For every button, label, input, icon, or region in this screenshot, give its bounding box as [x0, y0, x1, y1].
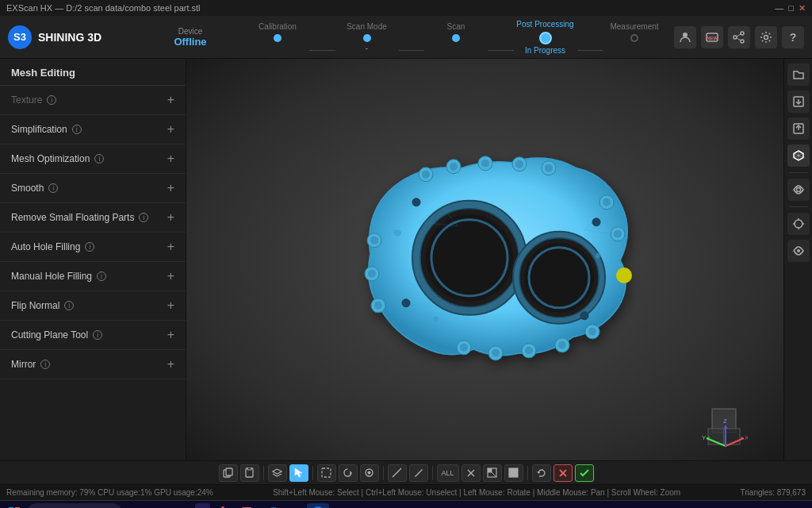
- user-icon[interactable]: [674, 26, 696, 48]
- taskbar-start-btn[interactable]: [3, 503, 25, 509]
- toolbar-select-all-btn[interactable]: ALL: [437, 464, 459, 482]
- auto-hole-expand-icon[interactable]: +: [167, 240, 174, 254]
- toolbar-deselect-btn[interactable]: [462, 464, 481, 482]
- toolbar-paint-btn[interactable]: [360, 464, 379, 482]
- svg-line-85: [393, 468, 401, 477]
- manual-hole-expand-icon[interactable]: +: [167, 269, 174, 283]
- taskbar-app-teams[interactable]: T: [195, 503, 210, 509]
- taskbar-search-btn[interactable]: Search: [27, 503, 122, 509]
- minimize-btn[interactable]: —: [775, 3, 783, 13]
- toolbar-undo-btn[interactable]: [532, 464, 551, 482]
- viewport[interactable]: X Y Z: [186, 59, 783, 460]
- sidebar-item-cutting-plane[interactable]: Cutting Plane Tool i +: [0, 321, 186, 350]
- svg-line-6: [737, 34, 741, 37]
- right-panel-export-btn[interactable]: [787, 117, 810, 140]
- new-badge-icon[interactable]: NEW: [701, 26, 723, 48]
- smooth-expand-icon[interactable]: +: [167, 181, 174, 195]
- toolbar-pen-btn[interactable]: [409, 464, 428, 482]
- svg-point-22: [614, 230, 622, 238]
- toolbar-paste-btn[interactable]: [240, 464, 259, 482]
- taskbar: Search T F o P S ∧ ENG 4:01 2024/5/23: [0, 500, 812, 508]
- toolbar-rect-select-btn[interactable]: [317, 464, 336, 482]
- right-panel-view-btn[interactable]: [787, 179, 810, 201]
- toolbar-layers-btn[interactable]: [268, 464, 287, 482]
- taskbar-app-outlook[interactable]: o: [259, 503, 282, 509]
- statusbar-triangles: Triangles: 879,673: [741, 488, 806, 497]
- right-panel-visibility-btn[interactable]: [787, 240, 810, 262]
- settings-icon[interactable]: [755, 26, 777, 48]
- pipeline-step-calibration[interactable]: Calibration: [246, 22, 309, 52]
- taskbar-app-explorer[interactable]: [124, 503, 146, 509]
- topbar-right: NEW ?: [674, 26, 812, 48]
- right-panel-3d-btn[interactable]: [787, 144, 810, 167]
- right-panel-measure-btn[interactable]: [787, 213, 810, 235]
- taskbar-app-foxit[interactable]: F: [236, 503, 258, 509]
- sidebar-item-smooth[interactable]: Smooth i +: [0, 174, 186, 203]
- mesh-optimization-expand-icon[interactable]: +: [167, 152, 174, 166]
- toolbar-invert-btn[interactable]: [483, 464, 502, 482]
- sidebar-item-cutting-plane-label: Cutting Plane Tool i: [11, 329, 102, 341]
- flip-normal-expand-icon[interactable]: +: [167, 298, 174, 313]
- svg-point-71: [795, 220, 802, 228]
- svg-point-0: [683, 33, 688, 37]
- taskbar-app-shining3d[interactable]: S: [307, 503, 329, 509]
- mirror-expand-icon[interactable]: +: [167, 357, 174, 371]
- titlebar-controls[interactable]: — □ ✕: [775, 3, 806, 13]
- pipeline-step-scan[interactable]: Scan: [424, 22, 488, 52]
- toolbar-line-btn[interactable]: [388, 464, 407, 482]
- sidebar-item-mirror[interactable]: Mirror i +: [0, 350, 186, 379]
- toolbar-copy-btn[interactable]: [219, 464, 238, 482]
- svg-point-26: [558, 341, 566, 349]
- statusbar-hint: Shift+Left Mouse: Select | Ctrl+Left Mou…: [213, 488, 741, 497]
- toolbar-lasso-btn[interactable]: [339, 464, 358, 482]
- remove-floating-expand-icon[interactable]: +: [167, 210, 174, 225]
- svg-point-5: [733, 36, 737, 39]
- help-icon[interactable]: ?: [782, 26, 804, 48]
- texture-info-icon: i: [47, 95, 56, 105]
- texture-expand-icon[interactable]: +: [167, 93, 174, 107]
- sidebar-item-mesh-optimization[interactable]: Mesh Optimization i +: [0, 144, 186, 174]
- titlebar: EXScan HX — D:/2 scan data/combo steel p…: [0, 0, 812, 16]
- svg-point-10: [422, 171, 430, 179]
- maximize-btn[interactable]: □: [788, 3, 794, 13]
- share-icon[interactable]: [728, 26, 750, 48]
- sidebar-item-manual-hole-label: Manual Hole Filling i: [11, 271, 106, 282]
- svg-marker-81: [295, 468, 302, 477]
- toolbar-cancel-btn[interactable]: [553, 464, 573, 482]
- toolbar-select-btn[interactable]: [289, 464, 308, 482]
- sidebar-item-auto-hole[interactable]: Auto Hole Filling i +: [0, 233, 186, 262]
- taskbar-app-email[interactable]: [171, 503, 193, 509]
- sidebar-item-simplification-label: Simplification i: [11, 124, 82, 135]
- toolbar-sep-1: [263, 466, 264, 480]
- mirror-info-icon: i: [40, 360, 50, 369]
- pipeline-step-scanmode[interactable]: Scan Mode -: [335, 22, 399, 52]
- toolbar-confirm-btn[interactable]: [575, 464, 594, 482]
- sidebar-item-flip-normal[interactable]: Flip Normal i +: [0, 291, 186, 321]
- sidebar-item-simplification[interactable]: Simplification i +: [0, 115, 186, 144]
- cutting-plane-expand-icon[interactable]: +: [167, 328, 174, 342]
- sidebar-item-mesh-optimization-label: Mesh Optimization i: [11, 153, 104, 164]
- sidebar-item-auto-hole-label: Auto Hole Filling i: [11, 241, 94, 252]
- taskbar-app-chrome[interactable]: [212, 503, 234, 509]
- sidebar-item-manual-hole[interactable]: Manual Hole Filling i +: [0, 262, 186, 291]
- svg-line-7: [737, 38, 741, 40]
- svg-text:Z: Z: [723, 418, 727, 425]
- sidebar-item-texture[interactable]: Texture i +: [0, 86, 186, 115]
- svg-point-49: [580, 312, 588, 320]
- pipeline-step-measurement[interactable]: Measurement: [603, 22, 666, 52]
- logo-area: S3 SHINING 3D: [0, 25, 143, 49]
- sidebar: Mesh Editing Texture i + Simplification …: [0, 59, 186, 460]
- sidebar-item-flip-normal-label: Flip Normal i: [11, 300, 74, 311]
- taskbar-app-powerpoint[interactable]: P: [283, 503, 305, 509]
- right-panel-folder-btn[interactable]: [787, 64, 810, 86]
- toolbar-fill-btn[interactable]: [504, 464, 523, 482]
- right-panel-import-btn[interactable]: [787, 90, 810, 113]
- svg-text:NEW: NEW: [707, 36, 718, 40]
- pipeline-step-postprocessing[interactable]: Post Processing In Progress: [514, 20, 577, 55]
- simplification-expand-icon[interactable]: +: [167, 122, 174, 137]
- sidebar-item-texture-label: Texture i: [11, 94, 56, 106]
- close-btn[interactable]: ✕: [799, 3, 806, 13]
- taskbar-app-edge[interactable]: [147, 503, 170, 509]
- toolbar-sep-3: [383, 466, 384, 480]
- sidebar-item-remove-floating[interactable]: Remove Small Floating Parts i +: [0, 203, 186, 233]
